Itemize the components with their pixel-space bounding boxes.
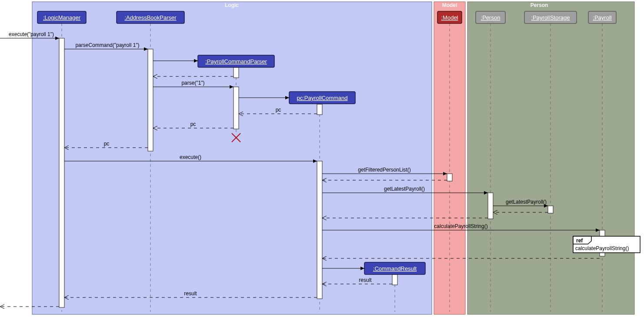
activation-payroll-command-1 — [317, 104, 322, 115]
activation-model — [447, 174, 452, 181]
activation-payroll-command-parser-1 — [234, 67, 239, 78]
svg-text::Model: :Model — [441, 14, 458, 21]
sequence-diagram: Logic Model Person :LogicManager :Addres… — [0, 0, 644, 317]
svg-text:pc: pc — [104, 141, 110, 147]
frame-person-title: Person — [531, 2, 548, 8]
activation-payroll-command-2 — [317, 161, 322, 299]
activation-person — [488, 193, 493, 219]
activation-address-book-parser — [148, 49, 153, 151]
activation-payroll-storage — [548, 206, 553, 213]
frame-model-title: Model — [442, 2, 457, 8]
svg-text:getLatestPayroll(): getLatestPayroll() — [506, 199, 547, 205]
svg-text::PayrollCommandParser: :PayrollCommandParser — [205, 58, 267, 65]
svg-text:getFilteredPersonList(): getFilteredPersonList() — [358, 167, 410, 173]
msg-calculate-payroll-string-label: calculatePayrollString() — [434, 223, 487, 229]
frame-person — [467, 2, 634, 314]
svg-text::AddressBookParser: :AddressBookParser — [124, 14, 177, 21]
ref-box: ref calculatePayrollString() — [573, 236, 640, 253]
svg-text:ref: ref — [576, 238, 583, 244]
svg-text::Payroll: :Payroll — [593, 14, 611, 21]
svg-text:pc:PayrollCommand: pc:PayrollCommand — [297, 95, 347, 101]
svg-text:result: result — [359, 277, 372, 283]
activation-command-result — [392, 274, 397, 285]
svg-text:parse("1"): parse("1") — [181, 80, 204, 86]
frame-logic-title: Logic — [225, 2, 239, 8]
svg-text:execute(): execute() — [180, 154, 201, 160]
svg-text:execute("payroll 1"): execute("payroll 1") — [9, 31, 54, 37]
svg-text::PayrollStorage: :PayrollStorage — [531, 14, 570, 21]
svg-text:parseCommand("payroll 1"): parseCommand("payroll 1") — [75, 42, 139, 48]
activation-payroll-command-parser-2 — [234, 87, 239, 129]
frame-model — [434, 2, 465, 314]
svg-text::LogicManager: :LogicManager — [43, 14, 81, 21]
svg-text:getLatestPayroll(): getLatestPayroll() — [384, 186, 425, 192]
svg-text:pc: pc — [276, 107, 281, 113]
svg-text:result: result — [184, 291, 197, 297]
svg-text:calculatePayrollString(): calculatePayrollString() — [575, 245, 629, 251]
svg-text:pc: pc — [190, 121, 196, 127]
svg-text::Person: :Person — [481, 14, 501, 21]
activation-logic-manager — [59, 38, 64, 307]
svg-text::CommandResult: :CommandResult — [373, 265, 417, 272]
